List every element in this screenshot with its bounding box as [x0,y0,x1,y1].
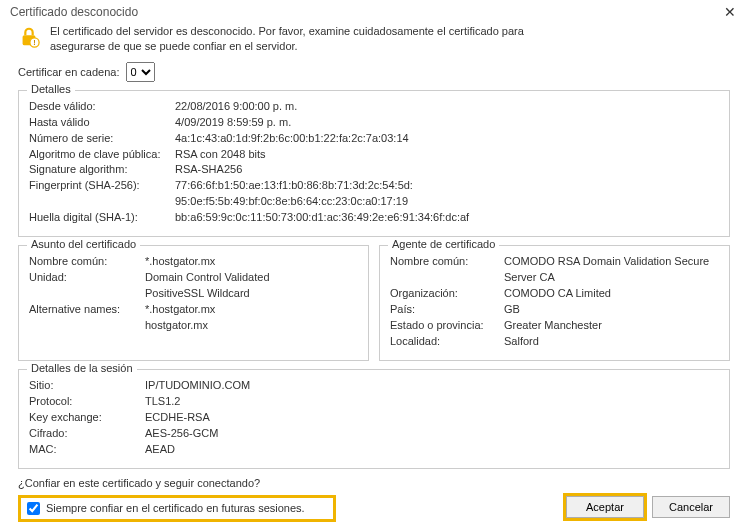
details-title: Detalles [27,83,75,95]
close-icon[interactable]: ✕ [720,4,740,20]
chain-label: Certificar en cadena: [18,66,120,78]
details-group: Detalles Desde válido:22/08/2016 9:00:00… [18,90,730,238]
session-group: Detalles de la sesión Sitio:IP/TUDOMINIO… [18,369,730,469]
warning-text: El certificado del servidor es desconoci… [50,24,530,54]
lock-warning-icon: ! [18,26,40,48]
always-trust-checkbox[interactable] [27,502,40,515]
cancel-button[interactable]: Cancelar [652,496,730,518]
svg-text:!: ! [33,38,35,47]
issuer-title: Agente de certificado [388,238,499,250]
subject-title: Asunto del certificado [27,238,140,250]
window-title: Certificado desconocido [10,5,138,19]
title-bar: Certificado desconocido ✕ [0,0,748,24]
issuer-group: Agente de certificado Nombre común:COMOD… [379,245,730,361]
subject-group: Asunto del certificado Nombre común:*.ho… [18,245,369,361]
always-trust-row[interactable]: Siempre confiar en el certificado en fut… [18,495,336,522]
trust-question: ¿Confiar en este certificado y seguir co… [18,477,730,489]
ok-button[interactable]: Aceptar [566,496,644,518]
always-trust-label: Siempre confiar en el certificado en fut… [46,502,305,514]
chain-select[interactable]: 0 [126,62,155,82]
session-title: Detalles de la sesión [27,362,137,374]
